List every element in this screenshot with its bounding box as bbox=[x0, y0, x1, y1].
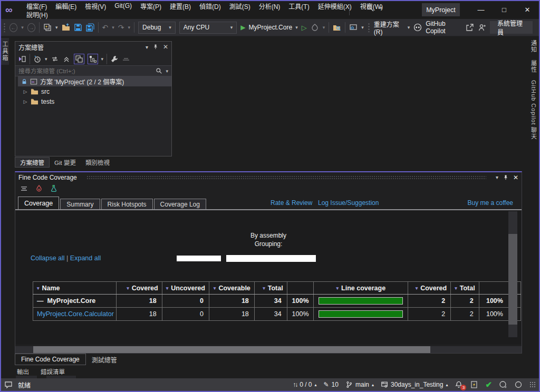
sidebar-tab-toolbox[interactable]: 工具箱 bbox=[1, 38, 9, 65]
run-coverage-flask-icon[interactable] bbox=[50, 184, 58, 193]
redo-icon[interactable]: ↷ bbox=[118, 23, 124, 32]
menu-project[interactable]: 專案(P) bbox=[136, 1, 166, 11]
minimize-button[interactable]: — bbox=[469, 1, 493, 18]
solution-platform-dropdown[interactable]: Any CPU ▾ bbox=[179, 22, 237, 34]
sync-with-active-document-icon[interactable] bbox=[51, 55, 59, 63]
log-issue-link[interactable]: Log Issue/Suggestion bbox=[318, 199, 379, 207]
class-name-link[interactable]: MyProject.Core.Calculator bbox=[33, 310, 114, 318]
buy-coffee-link[interactable]: Buy me a coffee bbox=[468, 199, 514, 207]
pending-edits-status[interactable]: ✎ 10 bbox=[324, 381, 339, 388]
menu-edit[interactable]: 編輯(E) bbox=[51, 1, 81, 11]
column-header-covered[interactable]: ▾Covered bbox=[117, 285, 162, 292]
horizontal-scrollbar-thumb[interactable] bbox=[33, 346, 430, 353]
menu-build[interactable]: 建置(B) bbox=[166, 1, 195, 11]
tree-folder-tests[interactable]: ▷ tests bbox=[15, 96, 171, 106]
collapse-row-icon[interactable]: — bbox=[37, 297, 44, 305]
risk-hotspots-icon[interactable] bbox=[35, 184, 43, 193]
repository-status[interactable]: 30days_in_Testing ▴ bbox=[381, 381, 448, 388]
status-circle-icon[interactable] bbox=[514, 380, 523, 389]
menu-analyze[interactable]: 分析(N) bbox=[255, 1, 285, 11]
tab-coverage[interactable]: Coverage bbox=[18, 197, 59, 210]
show-all-files-toggle[interactable] bbox=[74, 54, 84, 64]
open-folder-icon[interactable] bbox=[62, 23, 70, 32]
expand-all-link[interactable]: Expand all bbox=[70, 254, 101, 262]
rebuild-solution-button[interactable]: 重建方案(R) bbox=[374, 19, 404, 36]
solution-search-input[interactable] bbox=[18, 68, 152, 74]
sidebar-tab-notifications[interactable]: 通知 bbox=[529, 40, 538, 53]
github-copilot-label[interactable]: GitHub Copilot bbox=[426, 20, 462, 35]
toolbar-grip[interactable] bbox=[3, 23, 6, 32]
undo-icon[interactable]: ↶ bbox=[102, 23, 109, 32]
search-dropdown-caret-icon[interactable]: ▾ bbox=[380, 5, 382, 11]
overflow-caret-icon[interactable]: ▾ bbox=[361, 25, 364, 30]
search-button[interactable]: ▾ bbox=[366, 4, 382, 12]
sidebar-tab-properties[interactable]: 屬性 bbox=[529, 60, 538, 73]
undo-caret-icon[interactable]: ▾ bbox=[112, 25, 114, 30]
solution-node[interactable]: ∞ 方案 'MyProject' (2 / 2 個專案) bbox=[18, 76, 171, 86]
menu-help[interactable]: 說明(H) bbox=[22, 9, 52, 19]
new-project-icon[interactable]: ✦ bbox=[43, 23, 52, 32]
pin-icon[interactable] bbox=[503, 174, 509, 181]
collapse-all-link[interactable]: Collapse all bbox=[31, 254, 65, 262]
grouping-dropdown-wide[interactable] bbox=[226, 255, 316, 262]
navigate-forward-icon[interactable]: → bbox=[27, 23, 35, 32]
vertical-scrollbar[interactable] bbox=[508, 211, 517, 337]
tab-solution-explorer[interactable]: 方案總管 bbox=[15, 157, 50, 168]
sidebar-tab-copilot-chat[interactable]: GitHub Copilot 聊天 bbox=[529, 80, 538, 140]
window-position-caret-icon[interactable]: ▾ bbox=[146, 44, 148, 50]
tab-error-list[interactable]: 錯誤清單 bbox=[41, 367, 65, 376]
horizontal-scrollbar[interactable] bbox=[15, 346, 522, 353]
tab-class-view[interactable]: 類別檢視 bbox=[81, 157, 114, 168]
sync-status[interactable]: ↑↓ 0 / 0 ▴ bbox=[293, 381, 316, 388]
pending-changes-filter-icon[interactable] bbox=[33, 55, 42, 63]
feedback-chat-icon[interactable] bbox=[4, 380, 13, 389]
column-header-branch-covered[interactable]: ▾Covered bbox=[408, 285, 450, 292]
column-header-branch-total[interactable]: ▾Total bbox=[451, 285, 478, 292]
project-search-box[interactable]: MyProject bbox=[422, 3, 460, 16]
nested-view-toggle[interactable] bbox=[88, 54, 98, 64]
navigate-back-icon[interactable]: ← bbox=[9, 23, 17, 32]
chevron-right-icon[interactable]: ▷ bbox=[23, 99, 28, 104]
github-copilot-icon[interactable] bbox=[413, 23, 422, 32]
preview-icon[interactable] bbox=[122, 55, 130, 63]
hot-reload-caret-icon[interactable]: ▾ bbox=[323, 25, 325, 30]
tab-fine-code-coverage[interactable]: Fine Code Coverage bbox=[15, 354, 86, 365]
tab-git-changes[interactable]: Git 變更 bbox=[50, 157, 81, 168]
pin-icon[interactable] bbox=[152, 44, 159, 50]
toolbar-grip[interactable] bbox=[368, 23, 370, 32]
attach-process-icon[interactable] bbox=[349, 23, 358, 32]
solution-search-box[interactable]: ▾ bbox=[15, 65, 171, 76]
profile-icon[interactable] bbox=[478, 23, 486, 32]
column-header-total[interactable]: ▾Total bbox=[255, 285, 287, 292]
hot-reload-icon[interactable] bbox=[311, 23, 319, 32]
tab-summary[interactable]: Summary bbox=[60, 199, 100, 210]
copilot-status-icon[interactable] bbox=[499, 380, 507, 389]
tab-output[interactable]: 輸出 bbox=[17, 367, 29, 376]
rebuild-overflow-caret-icon[interactable]: ▾ bbox=[408, 25, 410, 30]
maximize-button[interactable]: □ bbox=[493, 1, 516, 18]
grouping-dropdown[interactable] bbox=[177, 256, 221, 261]
menu-debug[interactable]: 偵錯(D) bbox=[195, 1, 225, 11]
menu-tools[interactable]: 工具(T) bbox=[284, 1, 313, 11]
redo-caret-icon[interactable]: ▾ bbox=[128, 25, 131, 30]
column-header-name[interactable]: ▾Name bbox=[33, 285, 116, 292]
properties-wrench-icon[interactable] bbox=[110, 55, 119, 63]
save-icon[interactable] bbox=[74, 23, 82, 32]
switch-views-icon[interactable] bbox=[18, 55, 26, 63]
filter-caret-icon[interactable]: ▾ bbox=[45, 56, 47, 62]
window-position-caret-icon[interactable]: ▾ bbox=[496, 174, 498, 180]
rate-review-link[interactable]: Rate & Review bbox=[271, 199, 312, 207]
menu-view[interactable]: 檢視(V) bbox=[81, 1, 110, 11]
panel-drag-texture[interactable] bbox=[86, 175, 486, 180]
save-all-icon[interactable] bbox=[86, 23, 94, 32]
search-options-caret-icon[interactable]: ▾ bbox=[166, 68, 168, 74]
output-lines-icon[interactable] bbox=[20, 184, 28, 193]
vertical-scrollbar-thumb[interactable] bbox=[508, 234, 517, 325]
start-without-debugging-icon[interactable]: ▷ bbox=[302, 24, 307, 32]
health-check-icon[interactable]: ✔ bbox=[485, 380, 492, 389]
menu-git[interactable]: Git(G) bbox=[110, 2, 136, 10]
close-button[interactable]: ✕ bbox=[516, 1, 539, 18]
notifications-button[interactable]: 3 bbox=[455, 380, 463, 389]
start-debugging-button[interactable]: ▶ MyProject.Core ▾ bbox=[240, 24, 297, 31]
column-header-line-coverage[interactable]: ▾Line coverage bbox=[314, 285, 408, 292]
